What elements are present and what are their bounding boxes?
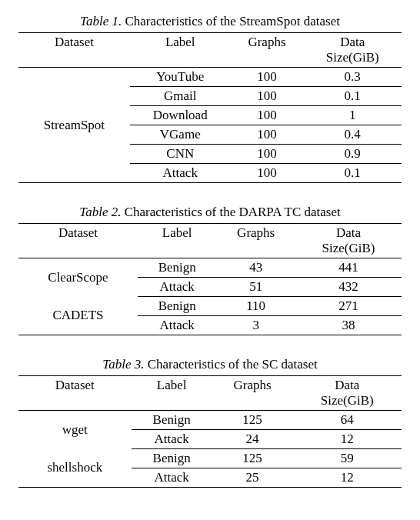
cell-graphs: 100: [231, 164, 304, 183]
cell-size: 271: [295, 297, 402, 316]
cell-size: 38: [295, 316, 402, 335]
cell-graphs: 100: [231, 145, 304, 164]
cell-label: CNN: [130, 145, 231, 164]
cell-label: Benign: [138, 297, 216, 316]
cell-graphs: 3: [216, 316, 295, 335]
cell-label: Download: [130, 106, 231, 125]
table-3-header-dataset: Dataset: [18, 376, 132, 411]
cell-size: 432: [295, 278, 402, 297]
table-3-dataset-2: shellshock: [18, 449, 132, 488]
cell-label: Benign: [132, 411, 212, 430]
table-3: Dataset Label Graphs DataSize(GiB) wget …: [18, 375, 402, 488]
cell-size: 0.1: [303, 164, 402, 183]
cell-label: Attack: [130, 164, 231, 183]
table-3-number: Table 3.: [102, 357, 144, 372]
table-3-header-graphs: Graphs: [212, 376, 293, 411]
cell-graphs: 100: [231, 106, 304, 125]
table-2-header-label: Label: [138, 224, 216, 258]
cell-label: Attack: [132, 468, 212, 488]
cell-graphs: 125: [212, 411, 293, 430]
cell-graphs: 100: [231, 68, 304, 87]
table-3-header-label: Label: [132, 376, 212, 411]
cell-size: 64: [293, 411, 402, 430]
table-1-block: Table 1. Characteristics of the StreamSp…: [18, 14, 402, 183]
table-3-header-size: DataSize(GiB): [293, 376, 402, 411]
table-2-dataset-1: ClearScope: [18, 258, 138, 297]
table-row: wget Benign 125 64: [18, 411, 402, 430]
cell-label: Attack: [138, 278, 216, 297]
table-1-dataset: StreamSpot: [18, 68, 130, 183]
table-2-header-dataset: Dataset: [18, 224, 138, 258]
table-1-caption: Table 1. Characteristics of the StreamSp…: [18, 14, 402, 29]
cell-size: 0.3: [303, 68, 402, 87]
cell-size: 0.1: [303, 87, 402, 106]
table-row: shellshock Benign 125 59: [18, 449, 402, 468]
table-1-header-dataset: Dataset: [18, 33, 130, 68]
cell-graphs: 43: [216, 258, 295, 278]
cell-label: VGame: [130, 125, 231, 145]
cell-graphs: 100: [231, 125, 304, 145]
cell-label: Attack: [132, 430, 212, 449]
table-2-title: Characteristics of the DARPA TC dataset: [125, 205, 341, 219]
table-2-header-graphs: Graphs: [216, 224, 295, 258]
cell-graphs: 125: [212, 449, 293, 468]
cell-size: 12: [293, 430, 402, 449]
cell-label: YouTube: [130, 68, 231, 87]
table-2-caption: Table 2. Characteristics of the DARPA TC…: [18, 205, 402, 220]
cell-size: 0.9: [303, 145, 402, 164]
cell-size: 441: [295, 258, 402, 278]
cell-size: 1: [303, 106, 402, 125]
table-1-title: Characteristics of the StreamSpot datase…: [125, 14, 339, 28]
table-3-dataset-1: wget: [18, 411, 132, 449]
table-2: Dataset Label Graphs DataSize(GiB) Clear…: [18, 223, 402, 335]
table-3-caption: Table 3. Characteristics of the SC datas…: [18, 357, 402, 372]
cell-label: Benign: [138, 258, 216, 278]
cell-graphs: 25: [212, 468, 293, 488]
cell-graphs: 110: [216, 297, 295, 316]
table-row: StreamSpot YouTube 100 0.3: [18, 68, 402, 87]
cell-size: 59: [293, 449, 402, 468]
cell-graphs: 51: [216, 278, 295, 297]
cell-label: Attack: [138, 316, 216, 335]
table-2-number: Table 2.: [79, 205, 121, 219]
table-2-header-size: DataSize(GiB): [295, 224, 402, 258]
cell-graphs: 24: [212, 430, 293, 449]
table-1-number: Table 1.: [80, 14, 122, 28]
cell-size: 12: [293, 468, 402, 488]
table-1: Dataset Label Graphs DataSize(GiB) Strea…: [18, 32, 402, 183]
cell-graphs: 100: [231, 87, 304, 106]
table-3-title: Characteristics of the SC dataset: [148, 357, 318, 372]
table-2-dataset-2: CADETS: [18, 297, 138, 335]
cell-label: Benign: [132, 449, 212, 468]
table-row: ClearScope Benign 43 441: [18, 258, 402, 278]
table-3-block: Table 3. Characteristics of the SC datas…: [18, 357, 402, 488]
cell-label: Gmail: [130, 87, 231, 106]
table-1-header-graphs: Graphs: [231, 33, 304, 68]
table-row: CADETS Benign 110 271: [18, 297, 402, 316]
table-2-block: Table 2. Characteristics of the DARPA TC…: [18, 205, 402, 335]
table-1-header-label: Label: [130, 33, 231, 68]
cell-size: 0.4: [303, 125, 402, 145]
table-1-header-size: DataSize(GiB): [303, 33, 402, 68]
